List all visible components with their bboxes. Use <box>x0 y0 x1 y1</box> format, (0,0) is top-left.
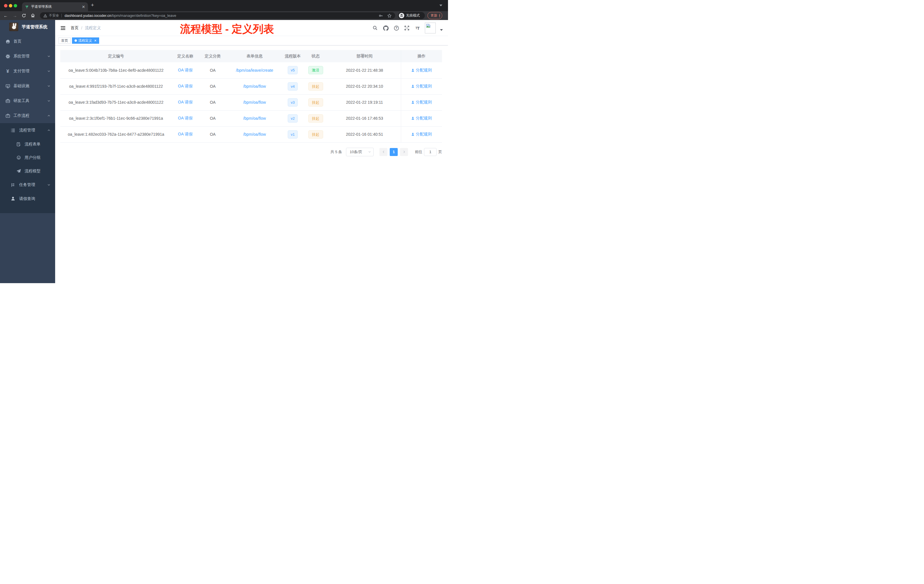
col-header-status: 状态 <box>303 50 328 62</box>
assign-rule-link[interactable]: 分配规则 <box>411 84 432 89</box>
chevron-up-icon <box>47 114 51 117</box>
search-icon[interactable] <box>372 25 378 31</box>
browser-menu-dots-icon[interactable] <box>439 14 440 17</box>
user-icon <box>411 84 414 88</box>
avatar[interactable] <box>425 23 436 33</box>
col-header-deploy-time: 部署时间 <box>328 50 401 62</box>
page-size-select[interactable]: 10条/页 <box>346 148 374 156</box>
briefcase-icon <box>5 113 10 118</box>
new-tab-button[interactable]: + <box>91 2 94 8</box>
url-domain: dashboard.yudao.iocoder.cn <box>64 13 111 18</box>
form-link[interactable]: /bpm/oa/flow <box>243 116 266 120</box>
user-icon <box>411 69 414 72</box>
sidebar-item-process-model[interactable]: 流程模型 <box>0 164 55 178</box>
help-question-icon[interactable]: ? <box>393 25 399 31</box>
pagination: 共 5 条 10条/页 1 前往 页 <box>60 148 442 156</box>
definition-name-link[interactable]: OA 请假 <box>178 132 193 136</box>
macos-zoom-button[interactable] <box>14 4 17 7</box>
app-main: 定义编号 定义名称 定义分类 表单信息 流程版本 状态 部署时间 操作 oa_l… <box>55 45 448 156</box>
list-icon <box>10 128 15 133</box>
macos-close-button[interactable] <box>4 4 7 7</box>
sidebar-item-process-form[interactable]: 流程表单 <box>0 137 55 151</box>
tag-process-definition[interactable]: 流程定义 ✕ <box>72 38 99 44</box>
assign-rule-link[interactable]: 分配规则 <box>411 100 432 105</box>
tag-home[interactable]: 首页 <box>59 38 71 44</box>
prev-page-button[interactable] <box>380 148 388 156</box>
bookmark-star-icon[interactable] <box>387 13 392 18</box>
sidebar-item-home[interactable]: 首页 <box>0 34 55 49</box>
font-size-icon[interactable]: TT <box>414 25 421 31</box>
address-divider <box>61 14 62 17</box>
assign-rule-link[interactable]: 分配规则 <box>411 68 432 73</box>
sidebar-item-user-group[interactable]: 用户分组 <box>0 151 55 164</box>
sidebar-item-workflow[interactable]: 工作流程 <box>0 108 55 123</box>
reload-icon[interactable] <box>20 12 27 19</box>
github-icon[interactable] <box>383 25 389 31</box>
breadcrumb-current: 流程定义 <box>85 25 101 31</box>
sidebar-item-dev-tools[interactable]: 研发工具 <box>0 93 55 108</box>
incognito-icon <box>399 13 404 18</box>
deploy-time: 2022-01-16 17:46:53 <box>328 110 401 126</box>
macos-minimize-button[interactable] <box>9 4 12 7</box>
app-title: 芋道管理系统 <box>22 24 48 30</box>
navbar: 首页 / 流程定义 流程模型 - 定义列表 ? <box>55 20 448 36</box>
definition-name-link[interactable]: OA 请假 <box>178 84 193 88</box>
back-icon[interactable]: ← <box>2 12 9 19</box>
svg-text:?: ? <box>396 26 397 30</box>
tag-close-icon[interactable]: ✕ <box>94 39 97 42</box>
sidebar: 芋道管理系统 首页 系统管理 <box>0 20 55 283</box>
avatar-dropdown-caret-icon[interactable] <box>440 29 443 31</box>
deploy-time: 2022-01-22 21:48:38 <box>328 62 401 78</box>
sidebar-item-process-management[interactable]: 流程管理 <box>0 123 55 137</box>
sidebar-item-system[interactable]: 系统管理 <box>0 49 55 64</box>
pagination-total: 共 5 条 <box>330 149 342 155</box>
assign-rule-link[interactable]: 分配规则 <box>411 116 432 121</box>
password-key-icon[interactable] <box>379 13 383 18</box>
definition-id: oa_leave:4:991f2193-7b7f-11ec-a3c8-acde4… <box>60 78 172 94</box>
url-path: /bpm/manager/definition?key=oa_leave <box>111 13 375 18</box>
user-icon <box>411 133 414 136</box>
toolbox-icon <box>5 98 10 104</box>
address-bar[interactable]: 不安全 dashboard.yudao.iocoder.cn /bpm/mana… <box>40 12 395 19</box>
browser-tab[interactable]: 芋道管理系统 ✕ <box>22 2 88 11</box>
breadcrumb-home[interactable]: 首页 <box>71 25 79 31</box>
sidebar-item-payment[interactable]: ¥ 支付管理 <box>0 64 55 79</box>
current-page-button[interactable]: 1 <box>390 148 398 156</box>
fullscreen-icon[interactable] <box>404 25 410 31</box>
form-link[interactable]: /bpm/oa/leave/create <box>236 68 274 73</box>
version-badge: v5 <box>288 66 298 74</box>
form-link[interactable]: /bpm/oa/flow <box>243 132 266 137</box>
col-header-form-info: 表单信息 <box>226 50 282 62</box>
form-link[interactable]: /bpm/oa/flow <box>243 84 266 89</box>
sidebar-item-task-management[interactable]: 任务管理 <box>0 178 55 192</box>
col-header-process-version: 流程版本 <box>282 50 303 62</box>
status-badge: 挂起 <box>308 130 323 139</box>
version-badge: v4 <box>288 82 298 91</box>
deploy-time: 2022-01-22 19:19:11 <box>328 94 401 110</box>
col-header-definition-category: 定义分类 <box>199 50 226 62</box>
tab-title: 芋道管理系统 <box>31 4 82 9</box>
tab-search-caret-icon[interactable] <box>439 5 442 6</box>
goto-page-input[interactable] <box>424 148 437 156</box>
form-link[interactable]: /bpm/oa/flow <box>243 100 266 105</box>
forward-icon[interactable]: → <box>12 12 18 19</box>
browser-update-button[interactable]: 更新 <box>427 12 442 19</box>
status-badge: 挂起 <box>308 114 323 122</box>
monitor-icon <box>5 83 10 89</box>
user-icon <box>411 101 414 104</box>
sidebar-item-infrastructure[interactable]: 基础设施 <box>0 79 55 93</box>
hamburger-icon[interactable] <box>59 24 67 32</box>
breadcrumb-separator: / <box>81 26 82 30</box>
assign-rule-link[interactable]: 分配规则 <box>411 132 432 137</box>
next-page-button[interactable] <box>400 148 408 156</box>
home-icon[interactable] <box>30 12 36 19</box>
definition-name-link[interactable]: OA 请假 <box>178 68 193 72</box>
tab-close-icon[interactable]: ✕ <box>82 5 85 9</box>
yen-icon: ¥ <box>5 69 10 74</box>
definition-name-link[interactable]: OA 请假 <box>178 100 193 104</box>
app-logo-row[interactable]: 芋道管理系统 <box>0 20 55 34</box>
table-row: oa_leave:3:1fad3d93-7b75-11ec-a3c8-acde4… <box>60 94 442 110</box>
sidebar-item-leave-query[interactable]: 请假查询 <box>0 192 55 206</box>
definition-name-link[interactable]: OA 请假 <box>178 116 193 120</box>
table-row: oa_leave:1:482ec033-762a-11ec-8477-a2380… <box>60 126 442 142</box>
